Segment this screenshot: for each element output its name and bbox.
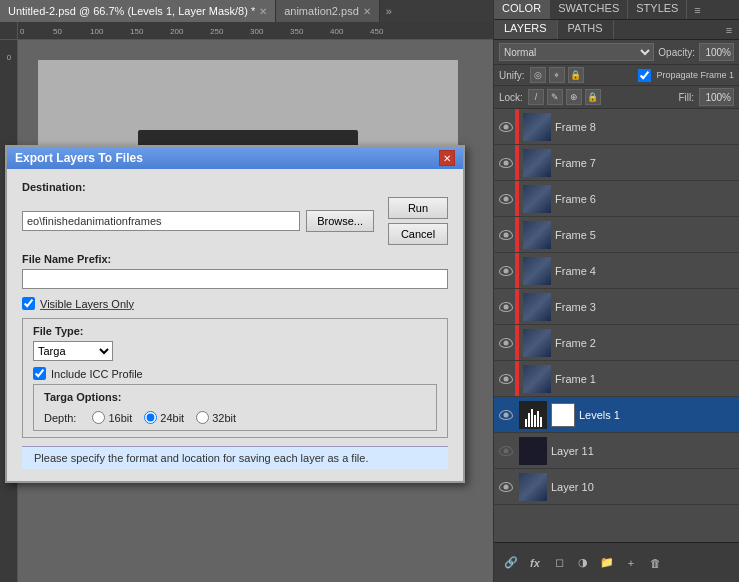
new-layer-icon[interactable]: + <box>622 554 640 572</box>
visible-layers-row: Visible Layers Only <box>22 297 448 310</box>
layers-bottom-bar: 🔗 fx ◻ ◑ 📁 + 🗑 <box>494 542 739 582</box>
eye-icon-levels1 <box>499 410 513 420</box>
lock-all-btn[interactable]: 🔒 <box>585 89 601 105</box>
browse-button[interactable]: Browse... <box>306 210 374 232</box>
layer-mask-thumbnail <box>551 403 575 427</box>
visible-layers-checkbox[interactable] <box>22 297 35 310</box>
layer-name-frame6: Frame 6 <box>555 193 736 205</box>
layer-visibility-frame3[interactable] <box>497 289 515 325</box>
layer-item-frame1[interactable]: Frame 1 <box>494 361 739 397</box>
fill-label: Fill: <box>678 92 694 103</box>
layer-visibility-frame8[interactable] <box>497 109 515 145</box>
tabs-bar: Untitled-2.psd @ 66.7% (Levels 1, Layer … <box>0 0 493 22</box>
group-icon[interactable]: 📁 <box>598 554 616 572</box>
propagate-checkbox[interactable] <box>638 69 651 82</box>
filetype-legend: File Type: <box>33 325 437 337</box>
delete-layer-icon[interactable]: 🗑 <box>646 554 664 572</box>
tab-layers[interactable]: LAYERS <box>494 20 558 39</box>
lock-transparent-btn[interactable]: / <box>528 89 544 105</box>
layer-item-frame8[interactable]: Frame 8 <box>494 109 739 145</box>
depth-24bit-option[interactable]: 24bit <box>144 411 184 424</box>
layer-red-bar-frame7 <box>515 145 519 180</box>
layer-name-frame7: Frame 7 <box>555 157 736 169</box>
unify-icon-2[interactable]: ⌖ <box>549 67 565 83</box>
layer-visibility-frame6[interactable] <box>497 181 515 217</box>
layer-thumb-layer10 <box>519 473 547 501</box>
eye-icon-frame6 <box>499 194 513 204</box>
unify-icons: ◎ ⌖ 🔒 <box>530 67 584 83</box>
blend-mode-select[interactable]: Normal Multiply Screen Overlay <box>499 43 654 61</box>
file-prefix-input[interactable] <box>22 269 448 289</box>
svg-text:450: 450 <box>370 27 384 36</box>
tab-untitled[interactable]: Untitled-2.psd @ 66.7% (Levels 1, Layer … <box>0 0 276 22</box>
tabs-more-button[interactable]: » <box>380 3 398 19</box>
eye-icon-layer11 <box>499 446 513 456</box>
tab-close-untitled[interactable]: ✕ <box>259 6 267 17</box>
layer-visibility-frame2[interactable] <box>497 325 515 361</box>
layer-item-layer10[interactable]: Layer 10 <box>494 469 739 505</box>
layer-visibility-frame4[interactable] <box>497 253 515 289</box>
tab-swatches[interactable]: SWATCHES <box>550 0 628 19</box>
layer-thumb-frame1 <box>523 365 551 393</box>
opacity-label: Opacity: <box>658 47 695 58</box>
depth-16bit-radio[interactable] <box>92 411 105 424</box>
unify-icon-3[interactable]: 🔒 <box>568 67 584 83</box>
fx-icon[interactable]: fx <box>526 554 544 572</box>
layer-item-frame3[interactable]: Frame 3 <box>494 289 739 325</box>
tab-styles[interactable]: STYLES <box>628 0 687 19</box>
layers-list[interactable]: Frame 8 Frame 7 <box>494 109 739 542</box>
tab-close-animation[interactable]: ✕ <box>363 6 371 17</box>
filetype-select[interactable]: Targa JPEG PNG BMP <box>33 341 113 361</box>
layer-red-bar-frame3 <box>515 289 519 324</box>
lock-image-btn[interactable]: ✎ <box>547 89 563 105</box>
svg-text:200: 200 <box>170 27 184 36</box>
icc-checkbox[interactable] <box>33 367 46 380</box>
ruler-corner <box>0 22 18 40</box>
layer-item-frame2[interactable]: Frame 2 <box>494 325 739 361</box>
layer-item-frame7[interactable]: Frame 7 <box>494 145 739 181</box>
dialog-close-button[interactable]: ✕ <box>439 150 455 166</box>
panel-menu-icon[interactable]: ≡ <box>687 0 707 20</box>
targa-options-legend: Targa Options: <box>44 391 426 403</box>
lock-position-btn[interactable]: ⊕ <box>566 89 582 105</box>
unify-icon-1[interactable]: ◎ <box>530 67 546 83</box>
eye-icon-frame8 <box>499 122 513 132</box>
layers-menu-icon[interactable]: ≡ <box>719 20 739 40</box>
tab-paths[interactable]: PATHS <box>558 20 614 39</box>
fill-input[interactable] <box>699 88 734 106</box>
layer-item-frame4[interactable]: Frame 4 <box>494 253 739 289</box>
svg-text:100: 100 <box>90 27 104 36</box>
lock-icons: / ✎ ⊕ 🔒 <box>528 89 601 105</box>
eye-icon-layer10 <box>499 482 513 492</box>
bottom-icons: 🔗 fx ◻ ◑ 📁 + 🗑 <box>502 554 664 572</box>
destination-input[interactable] <box>22 211 300 231</box>
layer-visibility-frame1[interactable] <box>497 361 515 397</box>
svg-text:350: 350 <box>290 27 304 36</box>
tab-color[interactable]: COLOR <box>494 0 550 19</box>
opacity-input[interactable] <box>699 43 734 61</box>
tab-label-untitled: Untitled-2.psd @ 66.7% (Levels 1, Layer … <box>8 5 255 17</box>
run-button[interactable]: Run <box>388 197 448 219</box>
layer-visibility-layer10[interactable] <box>497 469 515 505</box>
layer-item-frame6[interactable]: Frame 6 <box>494 181 739 217</box>
layer-item-frame5[interactable]: Frame 5 <box>494 217 739 253</box>
depth-32bit-option[interactable]: 32bit <box>196 411 236 424</box>
depth-16bit-option[interactable]: 16bit <box>92 411 132 424</box>
layer-visibility-frame7[interactable] <box>497 145 515 181</box>
tab-animation[interactable]: animation2.psd ✕ <box>276 0 380 22</box>
depth-24bit-radio[interactable] <box>144 411 157 424</box>
svg-text:300: 300 <box>250 27 264 36</box>
layer-item-levels1[interactable]: Levels 1 <box>494 397 739 433</box>
depth-32bit-radio[interactable] <box>196 411 209 424</box>
layer-visibility-frame5[interactable] <box>497 217 515 253</box>
mask-icon[interactable]: ◻ <box>550 554 568 572</box>
layer-visibility-levels1[interactable] <box>497 397 515 433</box>
layer-name-frame2: Frame 2 <box>555 337 736 349</box>
layer-item-layer11[interactable]: Layer 11 <box>494 433 739 469</box>
layer-thumb-frame3 <box>523 293 551 321</box>
layer-visibility-layer11[interactable] <box>497 433 515 469</box>
adjustment-icon[interactable]: ◑ <box>574 554 592 572</box>
cancel-button[interactable]: Cancel <box>388 223 448 245</box>
link-icon[interactable]: 🔗 <box>502 554 520 572</box>
destination-row: Browse... Run Cancel <box>22 197 448 245</box>
